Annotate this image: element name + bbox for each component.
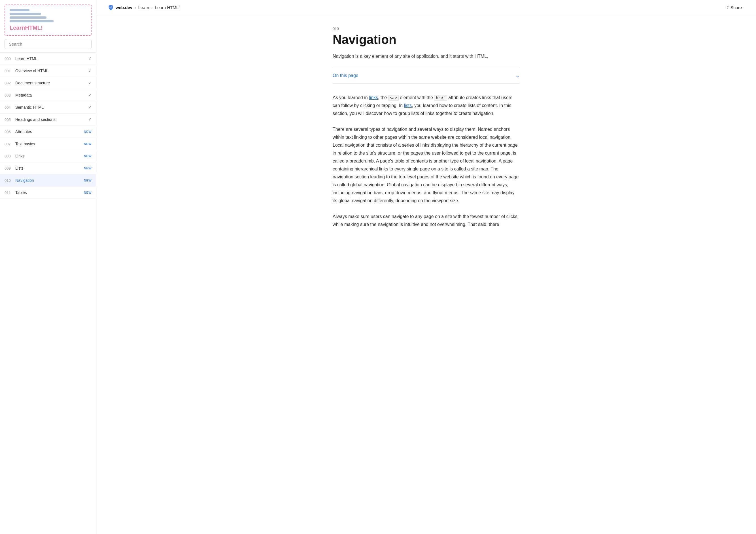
share-button[interactable]: ⤴ Share [724, 3, 745, 12]
on-this-page-label: On this page [333, 73, 359, 78]
share-icon: ⤴ [727, 5, 729, 10]
nav-num-011: 011 [5, 191, 15, 195]
nav-badge-006: NEW [84, 130, 92, 133]
nav-num-006: 006 [5, 130, 15, 134]
preview-line-4 [10, 20, 54, 22]
sidebar-item-doc-structure[interactable]: 002 Document structure ✓ [0, 77, 96, 89]
sidebar-item-attributes[interactable]: 006 Attributes NEW [0, 126, 96, 138]
site-logo: web.dev [108, 5, 132, 11]
nav-badge-007: NEW [84, 142, 92, 145]
body-paragraph-1: As you learned in links, the <a> element… [333, 94, 520, 117]
nav-num-005: 005 [5, 117, 15, 122]
nav-label-006: Attributes [15, 129, 84, 134]
links-link[interactable]: links [369, 95, 378, 100]
share-label: Share [731, 5, 742, 10]
nav-label-002: Document structure [15, 81, 88, 85]
sidebar-item-overview[interactable]: 001 Overview of HTML ✓ [0, 65, 96, 77]
breadcrumb-sep-2: › [151, 5, 153, 10]
nav-badge-011: NEW [84, 191, 92, 194]
webdev-logo-icon [108, 5, 114, 11]
breadcrumb-sep-1: › [135, 5, 136, 10]
logo-learn: Learn [10, 25, 25, 31]
lesson-number: 010 [333, 27, 520, 31]
sidebar-item-tables[interactable]: 011 Tables NEW [0, 187, 96, 199]
nav-label-001: Overview of HTML [15, 68, 88, 73]
logo-preview: LearnHTML! [5, 5, 92, 36]
body-paragraph-3: Always make sure users can navigate to a… [333, 213, 520, 228]
sidebar-item-learn-html[interactable]: 000 Learn HTML ✓ [0, 53, 96, 65]
preview-line-2 [10, 13, 41, 15]
preview-lines [10, 9, 86, 22]
nav-label-003: Metadata [15, 93, 88, 97]
sidebar-item-navigation[interactable]: 010 Navigation NEW [0, 174, 96, 187]
sidebar-item-metadata[interactable]: 003 Metadata ✓ [0, 89, 96, 101]
nav-label-011: Tables [15, 190, 84, 195]
sidebar-item-links[interactable]: 008 Links NEW [0, 150, 96, 162]
site-name: web.dev [116, 5, 132, 10]
nav-num-007: 007 [5, 142, 15, 146]
nav-label-007: Text basics [15, 141, 84, 146]
sidebar-item-text-basics[interactable]: 007 Text basics NEW [0, 138, 96, 150]
nav-num-008: 008 [5, 154, 15, 158]
lesson-subtitle: Navigation is a key element of any site … [333, 53, 520, 60]
nav-label-000: Learn HTML [15, 56, 88, 61]
nav-num-004: 004 [5, 105, 15, 110]
nav-badge-008: NEW [84, 154, 92, 158]
lists-link[interactable]: lists [404, 103, 412, 108]
sidebar: LearnHTML! 000 Learn HTML ✓ 001 Overview… [0, 0, 96, 534]
logo-title: LearnHTML! [10, 25, 86, 31]
nav-num-003: 003 [5, 93, 15, 97]
breadcrumb: web.dev › Learn › Learn HTML! [108, 5, 180, 11]
nav-num-010: 010 [5, 178, 15, 183]
nav-num-000: 000 [5, 57, 15, 61]
nav-check-000: ✓ [88, 56, 92, 61]
nav-num-009: 009 [5, 166, 15, 170]
logo-html: HTML! [25, 25, 42, 31]
preview-line-3 [10, 16, 46, 19]
href-attr-code: href [434, 95, 447, 101]
breadcrumb-current[interactable]: Learn HTML! [155, 5, 180, 10]
nav-check-005: ✓ [88, 117, 92, 122]
nav-badge-009: NEW [84, 166, 92, 170]
nav-check-004: ✓ [88, 105, 92, 110]
sidebar-item-lists[interactable]: 009 Lists NEW [0, 162, 96, 174]
nav-check-001: ✓ [88, 68, 92, 73]
sidebar-header: LearnHTML! [0, 0, 96, 53]
main-content: web.dev › Learn › Learn HTML! ⤴ Share 01… [96, 0, 756, 534]
topbar: web.dev › Learn › Learn HTML! ⤴ Share [96, 0, 756, 15]
nav-label-010: Navigation [15, 178, 84, 183]
lesson-title: Navigation [333, 33, 520, 47]
nav-check-003: ✓ [88, 93, 92, 97]
nav-label-009: Lists [15, 166, 84, 170]
search-input[interactable] [5, 39, 92, 49]
nav-list: 000 Learn HTML ✓ 001 Overview of HTML ✓ … [0, 53, 96, 199]
nav-label-008: Links [15, 154, 84, 158]
on-this-page-section[interactable]: On this page ⌄ [333, 68, 520, 84]
nav-num-002: 002 [5, 81, 15, 85]
chevron-down-icon: ⌄ [515, 72, 520, 79]
nav-label-005: Headings and sections [15, 117, 88, 122]
nav-num-001: 001 [5, 69, 15, 73]
nav-label-004: Semantic HTML [15, 105, 88, 110]
preview-line-1 [10, 9, 29, 11]
nav-check-002: ✓ [88, 81, 92, 85]
a-tag-code: <a> [388, 95, 399, 101]
nav-badge-010: NEW [84, 179, 92, 182]
body-paragraph-2: There are several types of navigation an… [333, 125, 520, 205]
sidebar-item-headings[interactable]: 005 Headings and sections ✓ [0, 114, 96, 126]
content-area: 010 Navigation Navigation is a key eleme… [316, 15, 537, 259]
sidebar-item-semantic-html[interactable]: 004 Semantic HTML ✓ [0, 101, 96, 114]
breadcrumb-learn[interactable]: Learn [138, 5, 149, 10]
